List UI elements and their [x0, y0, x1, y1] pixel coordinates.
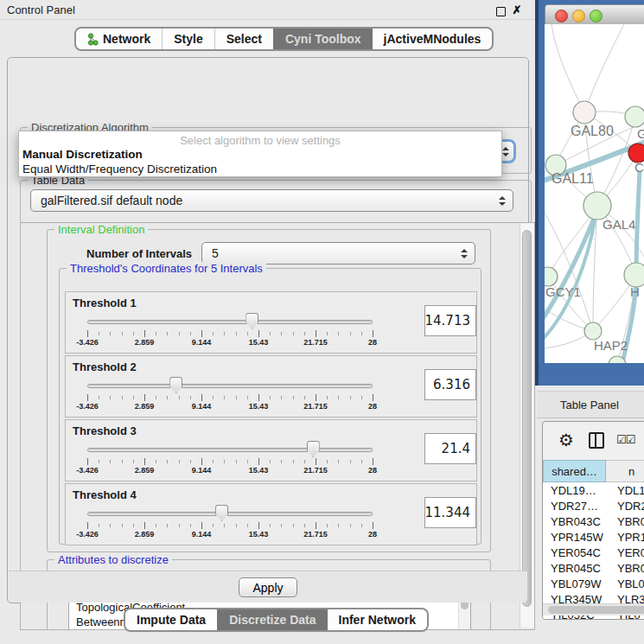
table-row[interactable]: YBR045CYBR0 [543, 560, 644, 576]
network-window-titlebar[interactable] [545, 4, 644, 26]
threshold-value-field[interactable]: 21.4 [424, 433, 476, 464]
network-canvas[interactable]: GAL80GCGAL11GAL4GCY1HHAP2 [545, 24, 644, 363]
node-label-g: G [637, 126, 644, 141]
table-data-selected: galFiltered.sif default node [41, 194, 182, 207]
threshold-slider[interactable] [87, 313, 373, 330]
mac-close-icon[interactable] [555, 10, 568, 22]
slider-thumb[interactable] [215, 505, 228, 521]
threshold-slider[interactable] [87, 505, 373, 522]
combo-arrows-icon [461, 249, 468, 258]
network-view-window: GAL80GCGAL11GAL4GCY1HHAP2 [535, 0, 644, 386]
dropdown-option-manual[interactable]: Manual Discretization [19, 147, 501, 162]
group-title: Attributes to discretize [54, 553, 172, 566]
slider-thumb[interactable] [169, 377, 182, 393]
table-row[interactable]: YDR27…YDR2 [543, 498, 644, 513]
cell-name[interactable]: YDR2 [606, 500, 644, 513]
num-intervals-label: Number of Intervals [86, 247, 192, 260]
table-row[interactable]: YBR043CYBR0 [543, 513, 644, 529]
network-node-gcy1[interactable] [545, 267, 558, 286]
interval-definition-group: Interval Definition Number of Intervals … [47, 229, 491, 552]
network-node-g[interactable] [625, 106, 644, 127]
tab-select[interactable]: Select [214, 29, 273, 49]
close-icon[interactable]: ✗ [512, 5, 522, 16]
table-header-row: shared… n [543, 460, 644, 482]
horizontal-scrollbar[interactable] [543, 603, 644, 615]
tab-label: Impute Data [137, 613, 206, 627]
scrollbar-thumb[interactable] [548, 606, 644, 614]
table-row[interactable]: YBL079WYBL0 [543, 576, 644, 591]
float-window-icon[interactable] [496, 7, 506, 16]
cell-name[interactable]: YBR0 [606, 515, 644, 528]
tab-infer-network[interactable]: Infer Network [328, 609, 427, 630]
network-node-hap2[interactable] [584, 322, 602, 340]
slider-thumb[interactable] [245, 313, 258, 329]
threshold-slider[interactable] [87, 377, 373, 394]
slider-track[interactable] [87, 448, 373, 452]
slider-scale-labels: -3.4262.8599.14415.4321.71528 [87, 466, 373, 475]
cell-shared-name[interactable]: YDL19… [543, 484, 606, 497]
node-label-c: C [634, 160, 644, 175]
gear-icon[interactable]: ⚙ [558, 430, 574, 450]
threshold-value-field[interactable]: 6.316 [424, 369, 476, 400]
slider-scale-labels: -3.4262.8599.14415.4321.71528 [87, 530, 373, 539]
cell-shared-name[interactable]: YBL079W [543, 577, 606, 590]
threshold-panel-2: Threshold 2-3.4262.8599.14415.4321.71528… [65, 355, 477, 418]
threshold-value-field[interactable]: 14.713 [424, 305, 476, 336]
slider-track[interactable] [87, 512, 373, 516]
cell-name[interactable]: YDL1 [606, 484, 644, 497]
cell-name[interactable]: YER0 [606, 546, 644, 559]
cell-shared-name[interactable]: YBR043C [543, 515, 606, 528]
mac-minimize-icon[interactable] [572, 10, 585, 22]
dropdown-option-equal-width[interactable]: Equal Width/Frequency Discretization [19, 162, 501, 176]
threshold-panel-4: Threshold 4-3.4262.8599.14415.4321.71528… [65, 483, 477, 545]
cell-shared-name[interactable]: YBR045C [543, 562, 606, 575]
threshold-label: Threshold 1 [73, 296, 137, 309]
tab-network[interactable]: Network [76, 29, 162, 49]
settings-scroll-area: Interval Definition Number of Intervals … [20, 222, 535, 630]
tab-cyni-toolbox[interactable]: Cyni Toolbox [273, 29, 373, 49]
threshold-panel-3: Threshold 3-3.4262.8599.14415.4321.71528… [65, 419, 477, 481]
network-node-gal80[interactable] [573, 101, 596, 124]
network-graph: GAL80GCGAL11GAL4GCY1HHAP2 [545, 24, 644, 363]
cell-name[interactable]: YPR1 [606, 531, 644, 544]
column-header-name[interactable]: n [606, 460, 644, 482]
tab-style[interactable]: Style [162, 29, 214, 49]
columns-icon[interactable] [589, 432, 604, 449]
tab-label: Network [103, 32, 150, 46]
slider-track[interactable] [87, 320, 373, 324]
slider-thumb[interactable] [307, 441, 320, 457]
threshold-panel-1: Threshold 1-3.4262.8599.14415.4321.71528… [65, 291, 477, 354]
table-row[interactable]: YER054CYER0 [543, 545, 644, 560]
dropdown-hint: Select algorithm to view settings [19, 131, 501, 147]
table-row[interactable]: YPR145WYPR1 [543, 529, 644, 545]
network-node-h[interactable] [624, 263, 644, 287]
cell-name[interactable]: YBL0 [606, 577, 644, 590]
tab-label: jActiveMNodules [384, 32, 481, 46]
scrollbar-thumb[interactable] [522, 230, 532, 607]
node-label-gal4: GAL4 [603, 217, 635, 232]
select-checkboxes-icon[interactable]: ☑☑ [616, 433, 634, 446]
apply-button[interactable]: Apply [239, 577, 297, 597]
threshold-slider[interactable] [87, 441, 373, 458]
tab-discretize-data[interactable]: Discretize Data [217, 609, 327, 630]
slider-track[interactable] [87, 384, 373, 388]
cell-name[interactable]: YBR0 [606, 562, 644, 575]
cell-shared-name[interactable]: YPR145W [543, 531, 606, 544]
node-label-gcy1: GCY1 [545, 284, 581, 299]
vertical-scrollbar[interactable] [520, 223, 534, 628]
threshold-value-field[interactable]: 11.344 [424, 497, 476, 528]
mac-zoom-icon[interactable] [590, 10, 603, 22]
slider-ticks [87, 330, 373, 338]
cell-shared-name[interactable]: YDR27… [543, 500, 606, 513]
table-body: YDL19…YDL1YDR27…YDR2YBR043CYBR0YPR145WYP… [543, 482, 644, 619]
combo-arrows-icon [499, 196, 506, 206]
apply-bar: Apply [9, 571, 527, 603]
table-row[interactable]: YDL19…YDL1 [543, 482, 644, 498]
cell-shared-name[interactable]: YER054C [543, 546, 606, 559]
network-node-gal4[interactable] [583, 192, 611, 220]
tab-impute-data[interactable]: Impute Data [125, 609, 217, 630]
table-toolbar: ⚙ ☑☑ [543, 422, 644, 460]
tab-jactivemnodules[interactable]: jActiveMNodules [373, 29, 493, 49]
column-header-shared[interactable]: shared… [543, 460, 606, 482]
table-data-combobox[interactable]: galFiltered.sif default node [30, 189, 513, 212]
